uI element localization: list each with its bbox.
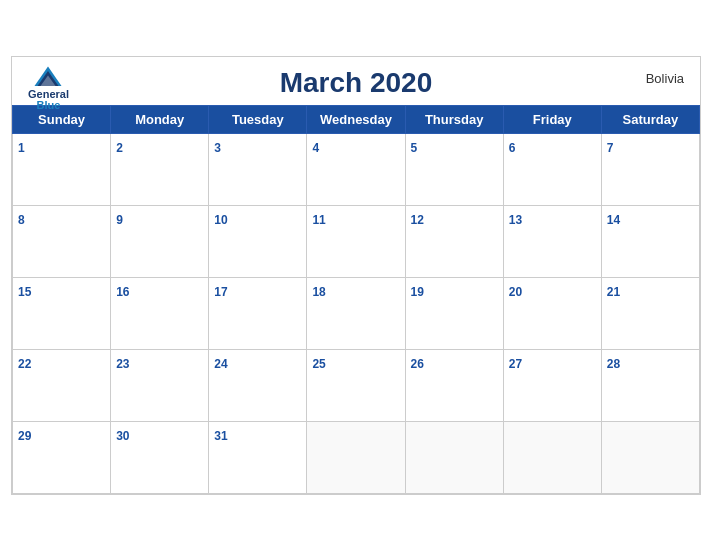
day-number-18: 18 xyxy=(312,285,325,299)
calendar-cell: 11 xyxy=(307,205,405,277)
calendar-cell: 12 xyxy=(405,205,503,277)
day-number-26: 26 xyxy=(411,357,424,371)
calendar-cell xyxy=(503,421,601,493)
calendar-cell: 17 xyxy=(209,277,307,349)
header-wednesday: Wednesday xyxy=(307,105,405,133)
day-number-9: 9 xyxy=(116,213,123,227)
logo-blue-text: Blue xyxy=(37,100,61,111)
header-tuesday: Tuesday xyxy=(209,105,307,133)
day-number-11: 11 xyxy=(312,213,325,227)
calendar-cell: 21 xyxy=(601,277,699,349)
day-number-22: 22 xyxy=(18,357,31,371)
day-number-12: 12 xyxy=(411,213,424,227)
calendar-cell: 8 xyxy=(13,205,111,277)
day-number-4: 4 xyxy=(312,141,319,155)
day-number-5: 5 xyxy=(411,141,418,155)
calendar-cell: 3 xyxy=(209,133,307,205)
calendar-cell: 2 xyxy=(111,133,209,205)
calendar-cell: 5 xyxy=(405,133,503,205)
day-number-15: 15 xyxy=(18,285,31,299)
day-number-6: 6 xyxy=(509,141,516,155)
calendar-cell: 25 xyxy=(307,349,405,421)
day-number-17: 17 xyxy=(214,285,227,299)
calendar-cell: 30 xyxy=(111,421,209,493)
calendar-cell: 14 xyxy=(601,205,699,277)
day-number-28: 28 xyxy=(607,357,620,371)
week-row-2: 891011121314 xyxy=(13,205,700,277)
calendar-title: March 2020 xyxy=(28,67,684,99)
calendar-grid: Sunday Monday Tuesday Wednesday Thursday… xyxy=(12,105,700,494)
header-monday: Monday xyxy=(111,105,209,133)
logo-general-text: General xyxy=(28,89,69,100)
logo-area: General Blue xyxy=(28,65,69,111)
calendar-cell: 7 xyxy=(601,133,699,205)
header-thursday: Thursday xyxy=(405,105,503,133)
day-number-1: 1 xyxy=(18,141,25,155)
day-number-19: 19 xyxy=(411,285,424,299)
week-row-4: 22232425262728 xyxy=(13,349,700,421)
calendar-container: General Blue March 2020 Bolivia Sunday M… xyxy=(11,56,701,495)
calendar-cell: 22 xyxy=(13,349,111,421)
calendar-cell: 4 xyxy=(307,133,405,205)
day-number-13: 13 xyxy=(509,213,522,227)
calendar-cell: 27 xyxy=(503,349,601,421)
calendar-cell xyxy=(405,421,503,493)
week-row-1: 1234567 xyxy=(13,133,700,205)
calendar-cell: 6 xyxy=(503,133,601,205)
week-row-5: 293031 xyxy=(13,421,700,493)
day-number-10: 10 xyxy=(214,213,227,227)
day-number-8: 8 xyxy=(18,213,25,227)
calendar-cell: 28 xyxy=(601,349,699,421)
day-number-20: 20 xyxy=(509,285,522,299)
calendar-cell: 29 xyxy=(13,421,111,493)
week-row-3: 15161718192021 xyxy=(13,277,700,349)
header-friday: Friday xyxy=(503,105,601,133)
calendar-header: General Blue March 2020 Bolivia xyxy=(12,57,700,105)
calendar-cell: 15 xyxy=(13,277,111,349)
calendar-cell: 1 xyxy=(13,133,111,205)
calendar-cell: 24 xyxy=(209,349,307,421)
day-number-7: 7 xyxy=(607,141,614,155)
day-number-21: 21 xyxy=(607,285,620,299)
calendar-cell xyxy=(307,421,405,493)
calendar-cell xyxy=(601,421,699,493)
day-number-27: 27 xyxy=(509,357,522,371)
calendar-cell: 10 xyxy=(209,205,307,277)
header-saturday: Saturday xyxy=(601,105,699,133)
day-number-23: 23 xyxy=(116,357,129,371)
calendar-cell: 31 xyxy=(209,421,307,493)
calendar-cell: 13 xyxy=(503,205,601,277)
calendar-cell: 26 xyxy=(405,349,503,421)
calendar-cell: 18 xyxy=(307,277,405,349)
day-number-2: 2 xyxy=(116,141,123,155)
calendar-cell: 16 xyxy=(111,277,209,349)
calendar-cell: 9 xyxy=(111,205,209,277)
day-number-31: 31 xyxy=(214,429,227,443)
calendar-cell: 19 xyxy=(405,277,503,349)
calendar-cell: 23 xyxy=(111,349,209,421)
country-label: Bolivia xyxy=(646,71,684,86)
day-number-24: 24 xyxy=(214,357,227,371)
day-number-16: 16 xyxy=(116,285,129,299)
weekday-header-row: Sunday Monday Tuesday Wednesday Thursday… xyxy=(13,105,700,133)
day-number-25: 25 xyxy=(312,357,325,371)
day-number-3: 3 xyxy=(214,141,221,155)
day-number-29: 29 xyxy=(18,429,31,443)
day-number-14: 14 xyxy=(607,213,620,227)
generalblue-logo-icon xyxy=(33,65,63,89)
day-number-30: 30 xyxy=(116,429,129,443)
calendar-cell: 20 xyxy=(503,277,601,349)
